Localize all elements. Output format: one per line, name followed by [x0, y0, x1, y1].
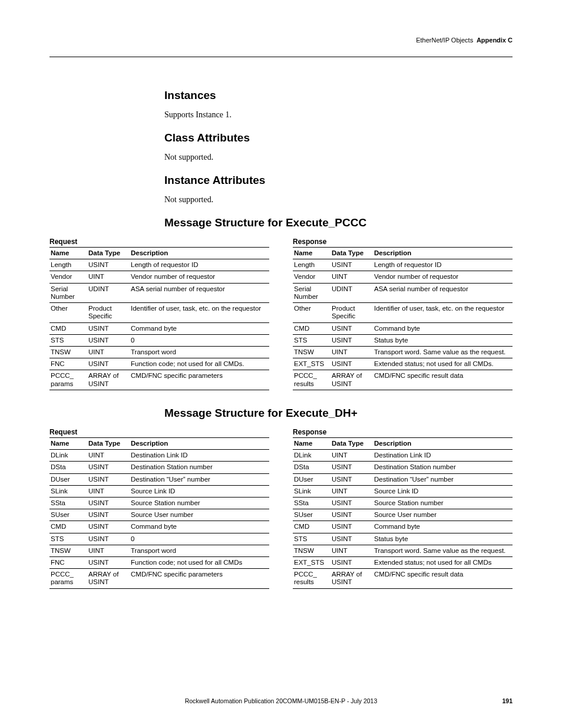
table-cell: UDINT [87, 283, 130, 302]
table-cell: Length [49, 259, 87, 271]
heading-instances: Instances [164, 89, 513, 102]
table-row: TNSWUINTTransport word. Same value as th… [293, 545, 513, 556]
th-name: Name [49, 248, 87, 259]
th-name: Name [293, 437, 330, 449]
table-row: STSUSINT0 [49, 334, 269, 346]
table-row: Serial NumberUDINTASA serial number of r… [293, 283, 513, 302]
table-cell: USINT [330, 509, 373, 521]
table-cell: DUser [49, 473, 87, 485]
table-cell: USINT [87, 462, 130, 473]
table-cell: UINT [330, 450, 373, 462]
table-cell: SLink [293, 485, 330, 497]
table-row: CMDUSINTCommand byte [49, 322, 269, 334]
body-instance-attributes: Not supported. [164, 195, 513, 205]
th-datatype: Data Type [87, 248, 130, 259]
table-cell: Other [293, 303, 330, 322]
table-cell: CMD [49, 322, 87, 334]
table-cell: USINT [87, 334, 130, 346]
table-row: SLinkUINTSource Link ID [293, 485, 513, 497]
table-cell: UDINT [330, 283, 373, 302]
table-cell: Source Link ID [373, 485, 513, 497]
table-cell: USINT [330, 473, 373, 485]
table-cell: Source User number [373, 509, 513, 521]
table-cell: SSta [293, 497, 330, 509]
table-cell: ARRAY of USINT [87, 370, 130, 390]
table-cell: TNSW [49, 545, 87, 556]
table-cell: USINT [87, 259, 130, 271]
table-cell: USINT [330, 557, 373, 569]
table-cell: UINT [87, 346, 130, 358]
table-cell: STS [293, 533, 330, 545]
table-cell: TNSW [293, 346, 330, 358]
table-cell: ARRAY of USINT [330, 370, 373, 390]
table-cell: Destination “User” number [373, 473, 513, 485]
table-cell: Transport word. Same value as the reques… [373, 346, 513, 358]
table-cell: Destination Station number [130, 462, 269, 473]
header-left: EtherNet/IP Objects [416, 37, 473, 44]
table-cell: Status byte [373, 334, 513, 346]
body-class-attributes: Not supported. [164, 153, 513, 162]
heading-msg-dh: Message Structure for Execute_DH+ [164, 407, 513, 420]
th-description: Description [130, 437, 269, 449]
table-cell: USINT [330, 533, 373, 545]
table-cell: Extended status; not used for all CMDs. [373, 358, 513, 370]
table-cell: Extended status; not used for all CMDs [373, 557, 513, 569]
heading-class-attributes: Class Attributes [164, 131, 513, 144]
table-cell: Other [49, 303, 87, 322]
table-cell: PCCC_ params [49, 370, 87, 390]
table-cell: USINT [330, 358, 373, 370]
table-row: OtherProduct SpecificIdentifier of user,… [293, 303, 513, 322]
table-row: CMDUSINTCommand byte [293, 521, 513, 533]
table-cell: FNC [49, 358, 87, 370]
table-row: STSUSINTStatus byte [293, 334, 513, 346]
th-description: Description [373, 437, 513, 449]
table-row: TNSWUINTTransport word [49, 346, 269, 358]
dh-response-table: Name Data Type Description DLinkUINTDest… [293, 437, 513, 589]
table-cell: USINT [87, 358, 130, 370]
footer-publication: Rockwell Automation Publication 20COMM-U… [73, 697, 489, 704]
table-row: DUserUSINTDestination “User” number [49, 473, 269, 485]
table-cell: Function code; not used for all CMDs [130, 557, 269, 569]
table-cell: Status byte [373, 533, 513, 545]
table-cell: UINT [87, 271, 130, 283]
th-name: Name [293, 248, 330, 259]
table-row: PCCC_ paramsARRAY of USINTCMD/FNC specif… [49, 569, 269, 588]
table-row: VendorUINTVendor number of requestor [49, 271, 269, 283]
dh-request-title: Request [49, 428, 269, 437]
table-cell: UINT [330, 346, 373, 358]
table-cell: EXT_STS [293, 358, 330, 370]
table-cell: USINT [87, 557, 130, 569]
table-cell: STS [293, 334, 330, 346]
table-row: LengthUSINTLength of requestor ID [293, 259, 513, 271]
table-row: PCCC_ resultsARRAY of USINTCMD/FNC speci… [293, 569, 513, 588]
body-instances: Supports Instance 1. [164, 110, 513, 120]
table-cell: Vendor number of requestor [130, 271, 269, 283]
table-cell: USINT [87, 322, 130, 334]
header-rule [49, 57, 513, 57]
th-datatype: Data Type [87, 437, 130, 449]
table-row: STSUSINT0 [49, 533, 269, 545]
table-cell: SLink [49, 485, 87, 497]
table-cell: USINT [330, 462, 373, 473]
table-cell: STS [49, 334, 87, 346]
table-cell: EXT_STS [293, 557, 330, 569]
table-cell: Transport word [130, 346, 269, 358]
footer: Rockwell Automation Publication 20COMM-U… [49, 697, 513, 704]
table-row: DStaUSINTDestination Station number [49, 462, 269, 473]
table-cell: Transport word [130, 545, 269, 556]
table-cell: Length of requestor ID [373, 259, 513, 271]
table-cell: CMD [293, 322, 330, 334]
table-cell: Transport word. Same value as the reques… [373, 545, 513, 556]
table-row: SUserUSINTSource User number [49, 509, 269, 521]
table-row: FNCUSINTFunction code; not used for all … [49, 557, 269, 569]
table-cell: Length of requestor ID [130, 259, 269, 271]
table-row: DUserUSINTDestination “User” number [293, 473, 513, 485]
table-cell: Destination Link ID [130, 450, 269, 462]
running-header: EtherNet/IP Objects Appendix C [49, 37, 513, 44]
table-cell: Product Specific [87, 303, 130, 322]
table-cell: USINT [330, 497, 373, 509]
table-row: DLinkUINTDestination Link ID [293, 450, 513, 462]
table-cell: Destination Link ID [373, 450, 513, 462]
th-datatype: Data Type [330, 248, 373, 259]
table-cell: USINT [330, 521, 373, 533]
